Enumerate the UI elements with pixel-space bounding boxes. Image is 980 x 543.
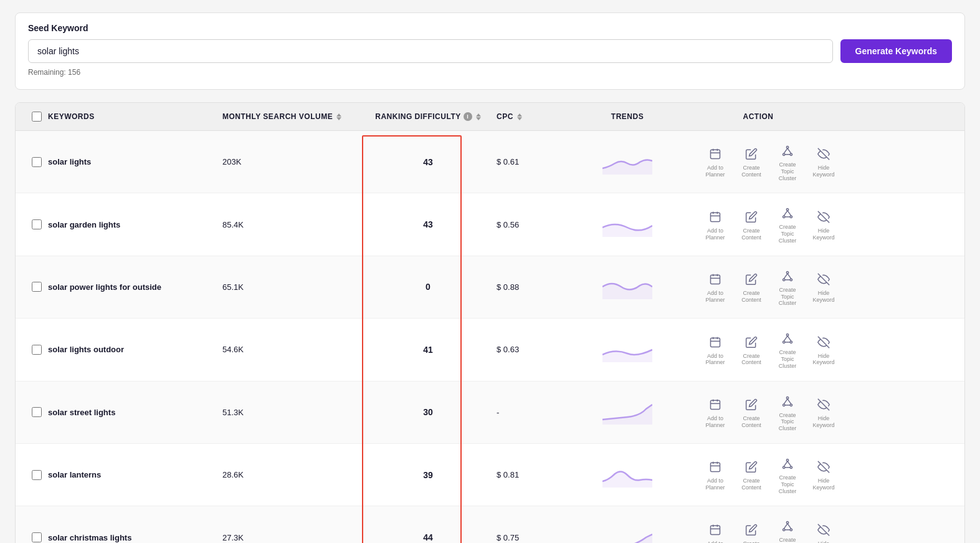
difficulty-sort-icon[interactable]	[476, 113, 481, 120]
svg-point-27	[783, 279, 785, 281]
svg-point-15	[786, 209, 788, 211]
svg-line-41	[787, 336, 791, 341]
volume-sort-icon[interactable]	[336, 113, 341, 120]
action-cell: Add to Planner Create Content Create Top…	[677, 455, 839, 494]
svg-line-63	[787, 461, 791, 466]
col-cpc: CPC	[497, 112, 578, 121]
create-topic-cluster-button[interactable]: Create Topic Cluster	[772, 267, 803, 307]
cpc-cell: $ 0.63	[497, 345, 578, 354]
difficulty-cell: 43	[359, 219, 497, 229]
svg-line-29	[784, 274, 787, 279]
svg-point-71	[783, 529, 785, 531]
create-content-button[interactable]: Create Content	[736, 271, 767, 304]
seed-keyword-input[interactable]	[28, 39, 833, 63]
col-action: ACTION	[677, 112, 839, 121]
table-header: KEYWORDS MONTHLY SEARCH VOLUME RANKING D…	[16, 103, 964, 131]
create-topic-cluster-button[interactable]: Create Topic Cluster	[772, 393, 803, 432]
svg-line-73	[784, 524, 787, 529]
col-volume: MONTHLY SEARCH VOLUME	[222, 112, 359, 121]
action-cell: Add to Planner Create Content Create Top…	[677, 204, 839, 244]
row-checkbox[interactable]	[32, 470, 42, 480]
trends-cell	[578, 212, 677, 237]
add-to-planner-button[interactable]: Add to Planner	[700, 208, 731, 241]
hide-keyword-button[interactable]: Hide Keyword	[808, 145, 839, 178]
svg-point-39	[790, 341, 792, 343]
row-checkbox[interactable]	[32, 345, 42, 355]
create-topic-cluster-button[interactable]: Create Topic Cluster	[772, 517, 803, 543]
create-content-button[interactable]: Create Content	[736, 458, 767, 491]
create-topic-cluster-button[interactable]: Create Topic Cluster	[772, 455, 803, 494]
table-row: solar power lights for outside 65.1K 0 $…	[16, 256, 964, 319]
create-content-button[interactable]: Create Content	[736, 521, 767, 543]
generate-keywords-button[interactable]: Generate Keywords	[840, 39, 953, 63]
difficulty-cell: 43	[359, 157, 497, 167]
svg-line-62	[784, 461, 787, 466]
create-content-button[interactable]: Create Content	[736, 334, 767, 367]
add-to-planner-button[interactable]: Add to Planner	[700, 458, 731, 491]
create-content-button[interactable]: Create Content	[736, 145, 767, 178]
svg-point-50	[790, 404, 792, 406]
add-to-planner-button[interactable]: Add to Planner	[700, 521, 731, 543]
volume-cell: 51.3K	[222, 408, 359, 417]
add-to-planner-button[interactable]: Add to Planner	[700, 145, 731, 178]
hide-keyword-button[interactable]: Hide Keyword	[808, 396, 839, 429]
hide-keyword-button[interactable]: Hide Keyword	[808, 271, 839, 304]
svg-line-30	[787, 274, 791, 279]
svg-line-40	[784, 336, 787, 341]
add-to-planner-button[interactable]: Add to Planner	[700, 334, 731, 367]
col-trends: TRENDS	[578, 112, 677, 121]
svg-point-28	[790, 279, 792, 281]
cpc-cell: $ 0.75	[497, 533, 578, 542]
svg-rect-33	[711, 338, 720, 347]
create-topic-cluster-button[interactable]: Create Topic Cluster	[772, 330, 803, 369]
svg-point-59	[786, 459, 788, 461]
add-to-planner-button[interactable]: Add to Planner	[700, 396, 731, 429]
trends-cell	[578, 525, 677, 543]
svg-point-6	[790, 153, 792, 155]
add-to-planner-button[interactable]: Add to Planner	[700, 271, 731, 304]
svg-point-72	[790, 529, 792, 531]
cpc-cell: $ 0.88	[497, 282, 578, 292]
table-row: solar lights 203K 43 $ 0.61	[16, 131, 964, 193]
svg-rect-44	[711, 400, 720, 409]
row-checkbox[interactable]	[32, 407, 42, 417]
row-checkbox[interactable]	[32, 157, 42, 167]
cpc-sort-icon[interactable]	[517, 113, 522, 120]
create-content-button[interactable]: Create Content	[736, 396, 767, 429]
table-row: solar lights outdoor 54.6K 41 $ 0.63 Add…	[16, 319, 964, 381]
svg-line-7	[784, 148, 787, 153]
keyword-cell: solar lights outdoor	[48, 345, 222, 354]
create-topic-cluster-button[interactable]: Create Topic Cluster	[772, 204, 803, 244]
cpc-cell: $ 0.56	[497, 220, 578, 229]
svg-line-74	[787, 524, 791, 529]
table-row: solar christmas lights 27.3K 44 $ 0.75 A…	[16, 506, 964, 543]
difficulty-cell: 41	[359, 345, 497, 355]
row-checkbox[interactable]	[32, 219, 42, 229]
trends-cell	[578, 150, 677, 175]
row-checkbox[interactable]	[32, 532, 42, 542]
action-cell: Add to Planner Create Content Create Top…	[677, 330, 839, 369]
svg-line-19	[787, 211, 791, 216]
hide-keyword-button[interactable]: Hide Keyword	[808, 521, 839, 543]
hide-keyword-button[interactable]: Hide Keyword	[808, 208, 839, 241]
action-cell: Add to Planner Create Content	[677, 142, 839, 181]
volume-cell: 85.4K	[222, 220, 359, 229]
row-checkbox[interactable]	[32, 282, 42, 292]
trends-cell	[578, 337, 677, 362]
volume-cell: 27.3K	[222, 533, 359, 542]
svg-rect-55	[711, 463, 720, 472]
hide-keyword-button[interactable]: Hide Keyword	[808, 458, 839, 491]
col-keywords: KEYWORDS	[48, 112, 222, 121]
cpc-cell: -	[497, 408, 578, 417]
select-all-checkbox[interactable]	[32, 112, 42, 122]
difficulty-cell: 0	[359, 282, 497, 292]
create-topic-cluster-button[interactable]: Create Topic Cluster	[772, 142, 803, 181]
svg-line-18	[784, 211, 787, 216]
volume-cell: 203K	[222, 157, 359, 166]
difficulty-cell: 44	[359, 532, 497, 542]
hide-keyword-button[interactable]: Hide Keyword	[808, 334, 839, 367]
difficulty-info-icon[interactable]: i	[464, 112, 472, 121]
table-row: solar garden lights 85.4K 43 $ 0.56 Add …	[16, 193, 964, 256]
create-content-button[interactable]: Create Content	[736, 208, 767, 241]
difficulty-cell: 39	[359, 470, 497, 480]
